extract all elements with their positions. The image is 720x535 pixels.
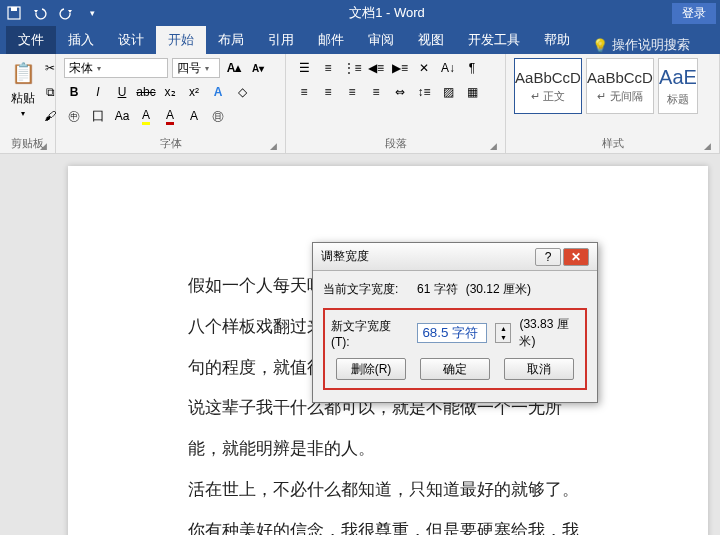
text-effects-icon[interactable]: A [208, 82, 228, 102]
group-clipboard: 📋 粘贴 ▾ ✂ ⧉ 🖌 剪贴板◢ [0, 54, 56, 153]
superscript-button[interactable]: x² [184, 82, 204, 102]
show-marks-icon[interactable]: ¶ [462, 58, 482, 78]
enclose-char-icon[interactable]: ㊐ [208, 106, 228, 126]
tab-references[interactable]: 引用 [256, 26, 306, 54]
paste-label: 粘贴 [11, 90, 35, 107]
align-left-icon[interactable]: ≡ [294, 82, 314, 102]
current-width-label: 当前文字宽度: [323, 281, 409, 298]
launcher-icon[interactable]: ◢ [40, 141, 47, 151]
tab-view[interactable]: 视图 [406, 26, 456, 54]
chevron-down-icon: ▾ [205, 64, 209, 73]
paragraph[interactable]: 你有种美好的信念，我很尊重，但是要硬塞给我，我就不那么乐 [188, 511, 588, 535]
distribute-icon[interactable]: ⇔ [390, 82, 410, 102]
quick-access-toolbar: ▾ [4, 3, 102, 23]
font-name-combo[interactable]: 宋体▾ [64, 58, 168, 78]
phonetic-guide-icon[interactable]: ㊥ [64, 106, 84, 126]
multilevel-list-icon[interactable]: ⋮≡ [342, 58, 362, 78]
new-width-cm: (33.83 厘米) [519, 316, 579, 350]
highlighted-section: 新文字宽度(T): ▲▼ (33.83 厘米) 删除(R) 确定 取消 [323, 308, 587, 390]
style-name: ↵ 无间隔 [597, 89, 642, 104]
char-shading-icon[interactable]: A [184, 106, 204, 126]
group-label-font: 字体◢ [64, 134, 277, 153]
spinner[interactable]: ▲▼ [495, 323, 511, 343]
style-heading[interactable]: AaE 标题 [658, 58, 698, 114]
shrink-font-icon[interactable]: A▾ [248, 58, 268, 78]
highlight-color-icon[interactable]: A [136, 106, 156, 126]
clipboard-icon: 📋 [8, 58, 38, 88]
style-preview: AaBbCcD [515, 69, 581, 86]
clear-formatting-icon[interactable]: ◇ [232, 82, 252, 102]
tab-home[interactable]: 开始 [156, 26, 206, 54]
underline-button[interactable]: U [112, 82, 132, 102]
save-icon[interactable] [4, 3, 24, 23]
launcher-icon[interactable]: ◢ [704, 141, 711, 151]
style-name: 标题 [667, 92, 689, 107]
delete-button[interactable]: 删除(R) [336, 358, 406, 380]
close-icon[interactable]: ✕ [563, 248, 589, 266]
title-bar: ▾ 文档1 - Word 登录 [0, 0, 720, 26]
group-label-clipboard: 剪贴板◢ [8, 134, 47, 153]
align-right-icon[interactable]: ≡ [342, 82, 362, 102]
dialog-titlebar[interactable]: 调整宽度 ? ✕ [313, 243, 597, 271]
tab-review[interactable]: 审阅 [356, 26, 406, 54]
undo-icon[interactable] [30, 3, 50, 23]
tab-insert[interactable]: 插入 [56, 26, 106, 54]
ok-button[interactable]: 确定 [420, 358, 490, 380]
tab-design[interactable]: 设计 [106, 26, 156, 54]
dialog-title: 调整宽度 [321, 248, 533, 265]
italic-button[interactable]: I [88, 82, 108, 102]
style-nospacing[interactable]: AaBbCcD ↵ 无间隔 [586, 58, 654, 114]
align-center-icon[interactable]: ≡ [318, 82, 338, 102]
increase-indent-icon[interactable]: ▶≡ [390, 58, 410, 78]
shading-icon[interactable]: ▨ [438, 82, 458, 102]
current-width-value: 61 字符 [417, 281, 458, 298]
char-border-icon[interactable]: 囗 [88, 106, 108, 126]
new-width-label: 新文字宽度(T): [331, 318, 409, 349]
spin-down-icon[interactable]: ▼ [496, 333, 510, 342]
decrease-indent-icon[interactable]: ◀≡ [366, 58, 386, 78]
tab-layout[interactable]: 布局 [206, 26, 256, 54]
chevron-down-icon: ▾ [21, 109, 25, 118]
spin-up-icon[interactable]: ▲ [496, 324, 510, 333]
group-styles: AaBbCcD ↵ 正文 AaBbCcD ↵ 无间隔 AaE 标题 样式◢ [506, 54, 720, 153]
style-normal[interactable]: AaBbCcD ↵ 正文 [514, 58, 582, 114]
qat-customize-icon[interactable]: ▾ [82, 3, 102, 23]
svg-rect-1 [11, 7, 17, 11]
login-button[interactable]: 登录 [672, 3, 716, 24]
font-color-icon[interactable]: A [160, 106, 180, 126]
redo-icon[interactable] [56, 3, 76, 23]
font-size-combo[interactable]: 四号▾ [172, 58, 220, 78]
tab-developer[interactable]: 开发工具 [456, 26, 532, 54]
line-spacing-icon[interactable]: ↕≡ [414, 82, 434, 102]
ribbon: 📋 粘贴 ▾ ✂ ⧉ 🖌 剪贴板◢ 宋体▾ 四号▾ A▴ A▾ B I [0, 54, 720, 154]
numbering-icon[interactable]: ≡ [318, 58, 338, 78]
style-preview: AaBbCcD [587, 69, 653, 86]
paragraph[interactable]: 活在世上，不必什么都知道，只知道最好的就够了。 [188, 470, 588, 511]
style-name: ↵ 正文 [531, 89, 565, 104]
group-label-paragraph: 段落◢ [294, 134, 497, 153]
justify-icon[interactable]: ≡ [366, 82, 386, 102]
grow-font-icon[interactable]: A▴ [224, 58, 244, 78]
tab-mailings[interactable]: 邮件 [306, 26, 356, 54]
launcher-icon[interactable]: ◢ [270, 141, 277, 151]
launcher-icon[interactable]: ◢ [490, 141, 497, 151]
current-width-cm: (30.12 厘米) [466, 281, 531, 298]
ribbon-tabs: 文件 插入 设计 开始 布局 引用 邮件 审阅 视图 开发工具 帮助 💡 操作说… [0, 26, 720, 54]
strikethrough-button[interactable]: abc [136, 82, 156, 102]
bold-button[interactable]: B [64, 82, 84, 102]
cancel-button[interactable]: 取消 [504, 358, 574, 380]
tab-file[interactable]: 文件 [6, 26, 56, 54]
tab-help[interactable]: 帮助 [532, 26, 582, 54]
subscript-button[interactable]: x₂ [160, 82, 180, 102]
borders-icon[interactable]: ▦ [462, 82, 482, 102]
new-width-input[interactable] [417, 323, 487, 343]
asian-layout-icon[interactable]: ✕ [414, 58, 434, 78]
help-icon[interactable]: ? [535, 248, 561, 266]
sort-icon[interactable]: A↓ [438, 58, 458, 78]
tell-me-search[interactable]: 💡 操作说明搜索 [592, 36, 690, 54]
adjust-width-dialog: 调整宽度 ? ✕ 当前文字宽度: 61 字符 (30.12 厘米) 新文字宽度(… [312, 242, 598, 403]
change-case-button[interactable]: Aa [112, 106, 132, 126]
paste-button[interactable]: 📋 粘贴 ▾ [8, 58, 38, 134]
bullets-icon[interactable]: ☰ [294, 58, 314, 78]
style-preview: AaE [659, 66, 697, 89]
